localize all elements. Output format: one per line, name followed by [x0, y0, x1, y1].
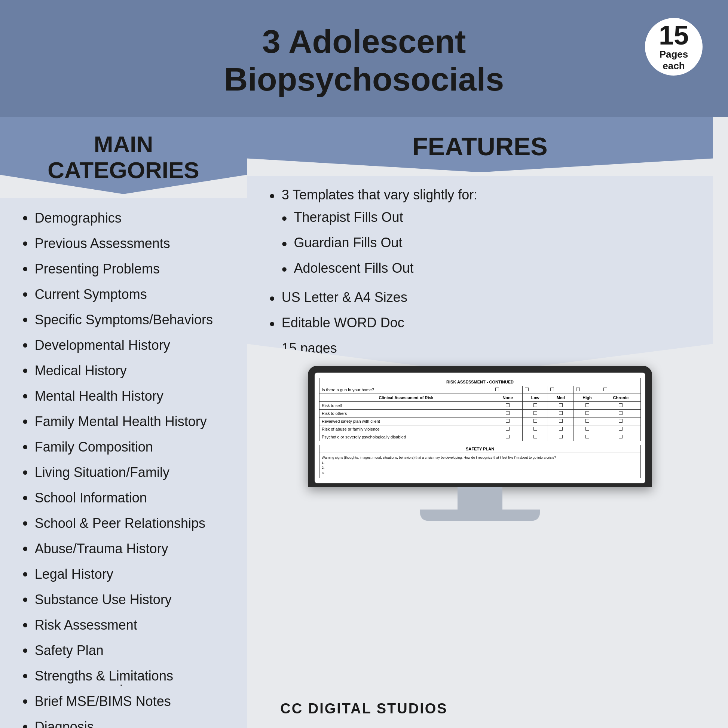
sub-list: Therapist Fills Out Guardian Fills Out A…: [282, 206, 698, 282]
left-panel: MAINCATEGORIES Demographics Previous Ass…: [0, 117, 247, 728]
row-label: Psychotic or severely psychologically di…: [320, 433, 493, 441]
badge-label: Pageseach: [659, 49, 688, 72]
row-cell: [574, 386, 601, 394]
feature-text: 15 pages: [282, 340, 698, 356]
feature-item: 3 Templates that vary slightly for: Ther…: [269, 183, 698, 286]
list-item: Specific Symptoms/Behaviors: [23, 307, 232, 333]
row-label: Risk to others: [320, 410, 493, 418]
monitor-container: RISK ASSESSMENT - CONTINUED Is there a g…: [247, 358, 713, 521]
feature-item: Editable WORD Doc: [269, 311, 698, 337]
row-cell: [523, 402, 548, 410]
row-cell: [601, 433, 641, 441]
row-cell: [493, 433, 523, 441]
table-row: Risk to others: [320, 410, 641, 418]
table-header-row: RISK ASSESSMENT - CONTINUED: [320, 378, 641, 386]
row-cell: [548, 418, 574, 425]
features-ul: 3 Templates that vary slightly for: Ther…: [269, 183, 698, 362]
row-cell: [601, 418, 641, 425]
list-item: Abuse/Trauma History: [23, 536, 232, 561]
list-item: Family Composition: [23, 434, 232, 460]
list-item: Safety Plan: [23, 638, 232, 663]
feature-text: US Letter & A4 Sizes: [282, 289, 698, 305]
list-item: Developmental History: [23, 333, 232, 358]
monitor-screen: RISK ASSESSMENT - CONTINUED Is there a g…: [315, 373, 645, 483]
col-header: None: [493, 394, 523, 402]
monitor-bezel: RISK ASSESSMENT - CONTINUED Is there a g…: [308, 366, 652, 487]
row-cell: [574, 433, 601, 441]
list-item: Current Symptoms: [23, 282, 232, 307]
safety-plan-section: SAFETY PLAN Warning signs (thoughts, ima…: [319, 445, 641, 478]
page-title: 3 AdolescentBiopsychosocials: [15, 23, 713, 98]
list-item: Previous Assessments: [23, 231, 232, 256]
main-content: MAINCATEGORIES Demographics Previous Ass…: [0, 117, 728, 728]
monitor-stand-neck: [457, 487, 502, 509]
row-cell: [523, 386, 548, 394]
list-item: School Information: [23, 485, 232, 511]
features-title: FEATURES: [254, 132, 705, 161]
col-header: High: [574, 394, 601, 402]
table-row: Psychotic or severely psychologically di…: [320, 433, 641, 441]
row-cell: [493, 402, 523, 410]
row-cell: [548, 386, 574, 394]
list-item: Medical History: [23, 358, 232, 384]
list-item: Presenting Problems: [23, 256, 232, 282]
footer-brand: CC DIGITAL STUDIOS: [280, 701, 447, 716]
risk-table: RISK ASSESSMENT - CONTINUED Is there a g…: [319, 378, 641, 441]
row-cell: [574, 418, 601, 425]
row-cell: [601, 425, 641, 433]
row-cell: [574, 402, 601, 410]
categories-list: Demographics Previous Assessments Presen…: [0, 198, 247, 728]
doc-content: RISK ASSESSMENT - CONTINUED Is there a g…: [315, 373, 645, 483]
row-label: Risk to self: [320, 402, 493, 410]
row-cell: [493, 418, 523, 425]
row-cell: [574, 425, 601, 433]
features-area: 3 Templates that vary slightly for: Ther…: [247, 176, 713, 373]
sub-list-item: Adolescent Fills Out: [282, 257, 698, 282]
table-title: RISK ASSESSMENT - CONTINUED: [320, 378, 641, 386]
list-item: Family Mental Health History: [23, 409, 232, 434]
footer: · CC DIGITAL STUDIOS: [0, 701, 728, 717]
row-cell: [574, 410, 601, 418]
badge: 15 Pageseach: [642, 15, 705, 78]
safety-plan-body: Warning signs (thoughts, images, mood, s…: [320, 453, 641, 478]
row-cell: [523, 425, 548, 433]
feature-item: US Letter & A4 Sizes: [269, 286, 698, 311]
list-item: Risk Assessment: [23, 612, 232, 638]
row-cell: [548, 433, 574, 441]
row-label: Reviewed safety plan with client: [320, 418, 493, 425]
row-cell: [548, 402, 574, 410]
list-item: Strengths & Limitations: [23, 663, 232, 689]
list-item: Legal History: [23, 561, 232, 587]
list-item: Living Situation/Family: [23, 460, 232, 485]
row-label: Risk of abuse or family violence: [320, 425, 493, 433]
table-row: Is there a gun in your home?: [320, 386, 641, 394]
row-cell: [523, 418, 548, 425]
row-label: Is there a gun in your home?: [320, 386, 493, 394]
row-cell: [523, 410, 548, 418]
row-cell: [601, 386, 641, 394]
row-cell: [523, 433, 548, 441]
table-row: Clinical Assessment of Risk None Low Med…: [320, 394, 641, 402]
col-header: Chronic: [601, 394, 641, 402]
right-panel: FEATURES 3 Templates that vary slightly …: [247, 117, 728, 728]
row-cell: [493, 386, 523, 394]
col-header-label: Clinical Assessment of Risk: [320, 394, 493, 402]
sub-list-item: Guardian Fills Out: [282, 231, 698, 257]
list-item: Demographics: [23, 205, 232, 231]
table-row: Reviewed safety plan with client: [320, 418, 641, 425]
monitor: RISK ASSESSMENT - CONTINUED Is there a g…: [308, 366, 652, 521]
category-header: MAINCATEGORIES: [0, 117, 247, 194]
row-cell: [548, 425, 574, 433]
footer-dot: ·: [120, 679, 123, 691]
features-header: FEATURES: [247, 117, 713, 172]
category-title: MAINCATEGORIES: [8, 132, 239, 182]
feature-text: Editable WORD Doc: [282, 315, 698, 331]
safety-plan-header: SAFETY PLAN: [320, 445, 641, 453]
sub-list-item: Therapist Fills Out: [282, 206, 698, 231]
list-item: School & Peer Relationships: [23, 511, 232, 536]
badge-number: 15: [659, 22, 689, 49]
row-cell: [601, 410, 641, 418]
row-cell: [601, 402, 641, 410]
header-section: 3 AdolescentBiopsychosocials 15 Pageseac…: [0, 0, 728, 117]
list-item: Substance Use History: [23, 587, 232, 612]
